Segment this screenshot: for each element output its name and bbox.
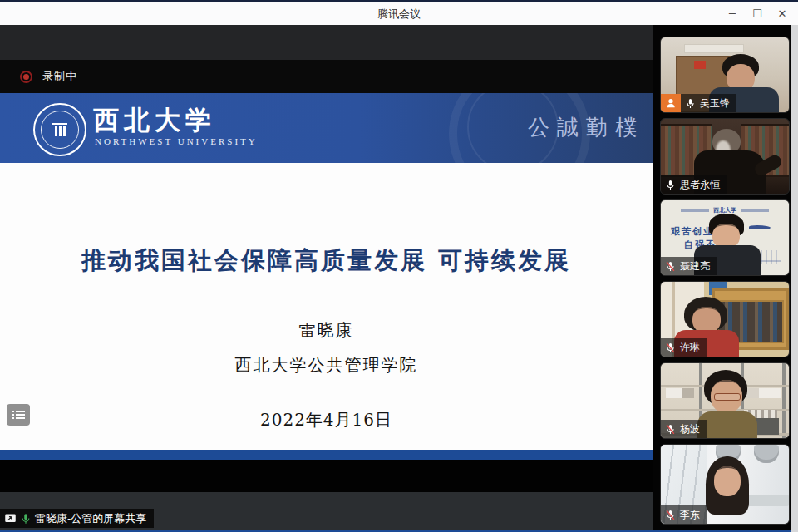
maximize-button[interactable]: ☐ [745,2,770,25]
meeting-window: 腾讯会议 ─ ☐ ✕ 录制中 西北大学 NORTHWEST UNIVE [0,0,798,532]
participant-name: 李东 [680,508,700,522]
slide-presenter: 雷晓康 [0,319,653,342]
window-edge-strip[interactable] [791,25,798,532]
participant-label: 聂建亮 [661,257,717,275]
university-name-en: NORTHWEST UNIVERSITY [95,136,258,146]
mic-icon [665,180,676,190]
participants-sidebar: 吴玉锋 思 [653,25,791,532]
participant-name: 思者永恒 [680,178,720,192]
scene-shape [666,388,694,398]
slide-footer-bar [0,450,653,460]
slide-department: 西北大学公共管理学院 [0,354,653,377]
mic-muted-icon [665,424,676,435]
participant-label: 李东 [661,505,707,524]
participant-label: 许琳 [661,338,707,357]
participant-name: 许琳 [680,341,700,355]
screen-share-area: 录制中 西北大学 NORTHWEST UNIVERSITY 公誠勤樸 推动我国社… [0,25,653,532]
slide-header-banner: 西北大学 NORTHWEST UNIVERSITY 公誠勤樸 [0,93,653,163]
virtual-bg-slogan-line1: 艰苦创业 [671,225,714,238]
participant-tile-lidong[interactable]: 李东 [660,444,790,525]
scene-shape [744,388,781,398]
titlebar[interactable]: 腾讯会议 ─ ☐ ✕ [0,2,798,26]
participant-name: 聂建亮 [680,259,710,273]
recording-banner: 录制中 [0,60,653,93]
share-banner-label: 雷晓康-公管的屏幕共享 [35,511,146,526]
window-controls: ─ ☐ ✕ [720,2,795,25]
mic-muted-icon [665,342,676,353]
participant-name: 吴玉锋 [700,96,730,111]
close-button[interactable]: ✕ [770,2,795,25]
scene-shape [681,209,709,212]
window-title: 腾讯会议 [377,7,421,22]
university-name-cn: 西北大学 [93,103,216,138]
mic-muted-icon [665,510,676,520]
recording-icon [20,71,32,83]
minimize-button[interactable]: ─ [720,2,745,25]
list-icon [12,410,25,420]
share-banner: 雷晓康-公管的屏幕共享 [0,509,154,528]
slide-title: 推动我国社会保障高质量发展 可持续发展 [0,244,653,278]
mic-muted-icon [665,261,676,272]
recording-label: 录制中 [42,69,77,84]
participant-name: 杨波 [680,422,700,436]
university-seal-icon [33,103,86,156]
scene-shape [714,393,741,401]
active-speaker-icon [661,94,681,112]
scene-shape [714,466,741,496]
scene-shape [741,209,769,212]
scene-shape [684,44,744,53]
scene-shape [754,445,779,463]
participant-label: 杨波 [661,420,707,438]
presenter-mic-icon [20,513,32,525]
participant-label: 吴玉锋 [661,94,736,112]
participant-tile-niejianliang[interactable]: 西北大学 艰苦创业 自强不 [660,200,790,276]
participant-tile-xulin[interactable]: 许琳 [660,281,790,357]
university-seal-inner [41,111,79,149]
scene-shape [747,495,789,506]
bottom-black-strip [0,460,653,492]
top-dark-bar [0,25,653,60]
scene-shape [694,61,706,69]
screen-share-icon [4,512,17,525]
participant-label: 思者永恒 [661,175,727,194]
participant-tile-wuyufeng[interactable]: 吴玉锋 [660,37,790,113]
university-motto: 公誠勤樸 [528,113,644,142]
university-seal-core [52,123,67,136]
presentation-slide: 西北大学 NORTHWEST UNIVERSITY 公誠勤樸 推动我国社会保障高… [0,93,653,460]
participant-tile-yangbo[interactable]: 杨波 [660,362,790,439]
scene-shape [749,225,771,229]
slide-date: 2022年4月16日 [0,409,653,431]
side-list-toggle-button[interactable] [7,404,30,426]
mic-icon [685,98,696,109]
participant-tile-sizheyongheng[interactable]: 思者永恒 [660,118,790,195]
